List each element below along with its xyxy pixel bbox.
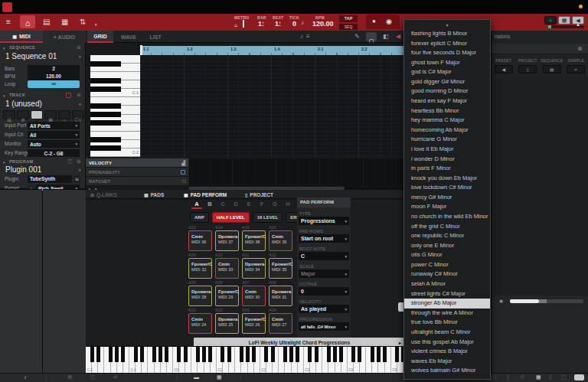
pad-mixer-icon[interactable]: ▦	[61, 18, 68, 26]
lane-ratchet[interactable]: RATCHET∷	[86, 177, 188, 186]
progression-option[interactable]: power C Minor	[404, 260, 490, 270]
panel-a-icon[interactable]: ▤	[67, 374, 73, 380]
pad[interactable]: DpoweraMIDI 31	[269, 286, 292, 306]
progression-option[interactable]: gold digger G# Minor	[404, 77, 490, 87]
progression-option[interactable]: ultralight beam C Minor	[404, 328, 490, 338]
progression-option[interactable]: knock you down Eb Major	[404, 174, 490, 184]
piano-key-black[interactable]	[90, 103, 121, 109]
progression-option[interactable]: flashing lights B Minor	[404, 29, 490, 39]
tab-midi[interactable]: ▦MIDI	[0, 31, 43, 43]
bar-value[interactable]: 1:	[258, 20, 264, 28]
piano-key-black[interactable]	[240, 347, 243, 362]
browser-filter-sequence[interactable]: SEQUENCE▤	[540, 55, 564, 78]
progression-option[interactable]: forever eplicit C Minor	[404, 39, 490, 49]
pad-bank-a[interactable]: A	[191, 201, 202, 209]
progression-option[interactable]: true love Bb Minor	[404, 318, 490, 328]
chevron-down-icon[interactable]: ▾	[79, 168, 81, 172]
note-list-icon[interactable]: ♪	[300, 33, 303, 40]
pad[interactable]: DpoweraMIDI 34	[242, 258, 266, 279]
piano-key-black[interactable]	[351, 347, 355, 362]
piano-key-black[interactable]	[165, 347, 168, 362]
piano-key-black[interactable]	[208, 347, 212, 362]
tab-list[interactable]: LIST	[144, 31, 167, 43]
piano-key-black[interactable]	[202, 347, 206, 362]
progression-option[interactable]: heard em say F Major	[404, 96, 490, 106]
browser-filter-preset[interactable]: PRESET◀	[492, 55, 516, 78]
piano-key-black[interactable]	[252, 347, 256, 362]
piano-key-black[interactable]	[395, 347, 399, 362]
piano-key-black[interactable]	[90, 112, 121, 117]
midi-monitor-button[interactable]: ▦	[558, 16, 570, 24]
piano-key-black[interactable]	[246, 347, 250, 362]
piano-key-black[interactable]	[90, 87, 121, 92]
progression-option[interactable]: selah A Minor	[404, 279, 490, 289]
tab-grid[interactable]: GRID	[87, 31, 113, 43]
seq-bpm-value[interactable]: 120.00	[28, 73, 80, 80]
collapse-icon[interactable]: ▾	[3, 160, 5, 165]
track-view-icon[interactable]: ▤	[43, 18, 50, 26]
piano-key-black[interactable]	[333, 347, 337, 362]
progression-option[interactable]: street lights C# Major	[404, 289, 490, 299]
track-type-drums-button[interactable]: ▤	[3, 110, 15, 119]
piano-key-black[interactable]	[377, 347, 381, 362]
piano-key-black[interactable]	[90, 120, 121, 126]
field-value[interactable]: As played▾	[299, 305, 349, 313]
bpm-value[interactable]: 120.00	[312, 20, 334, 28]
browser-filter-project[interactable]: PROJECT▯	[516, 55, 541, 78]
pad-bank-f[interactable]: F	[256, 201, 267, 207]
pad[interactable]: Fpower/CMIDI 38	[242, 230, 266, 251]
browser-search-row[interactable]	[492, 44, 588, 54]
progression-option[interactable]: god is C# Major	[404, 67, 490, 77]
file-icon[interactable]: ▯	[494, 374, 497, 380]
pad[interactable]: CminMIDI 27	[269, 313, 292, 334]
pad[interactable]: CminMIDI 24	[188, 313, 212, 334]
browser-filter-sample[interactable]: SAMPLE≈	[564, 55, 588, 78]
progression-option[interactable]: stronger Ab Major	[404, 299, 490, 309]
field-value[interactable]: Major▾	[299, 269, 349, 278]
pencil-tool-icon[interactable]: ✎	[354, 33, 360, 40]
row-value[interactable]: C-2 - G8	[28, 149, 80, 157]
main-mode-button[interactable]: ⌂	[20, 15, 35, 28]
volume-thumb[interactable]: ▲	[576, 22, 580, 27]
progression-option[interactable]: i love it Eb Major	[404, 145, 490, 155]
piano-key-black[interactable]	[196, 347, 200, 362]
piano-key-black[interactable]	[90, 347, 94, 362]
chat-icon[interactable]	[574, 374, 584, 380]
pad-bank-h[interactable]: H	[283, 201, 293, 207]
metronome-icon[interactable]: ▵	[234, 21, 237, 29]
lane-probability[interactable]: PROBABILITY	[86, 168, 188, 177]
field-value[interactable]: C▾	[299, 252, 349, 260]
tab-pads[interactable]: ▦PADS	[144, 190, 164, 199]
list-lines-icon[interactable]: ≡	[306, 33, 310, 40]
progression-option[interactable]: heartless Bb Minor	[404, 106, 490, 116]
progression-option[interactable]: hey mamma C Major	[404, 116, 490, 126]
progression-option[interactable]: off the grid C Minor	[404, 222, 490, 232]
field-value[interactable]: 0▾	[299, 287, 349, 295]
browser-list[interactable]	[492, 79, 588, 295]
pad-button-arp[interactable]: ARP	[190, 212, 209, 223]
pad[interactable]: Fpower/CMIDI 26	[242, 313, 266, 334]
progression-option[interactable]: in paris F Minor	[404, 164, 490, 174]
marquee-tool-button[interactable]: ▢	[366, 32, 377, 41]
chevron-down-icon[interactable]: ▾	[79, 102, 81, 106]
bars-value[interactable]: 2	[28, 65, 80, 73]
clear-icon[interactable]: ⊗	[577, 45, 583, 52]
pad[interactable]: CminMIDI 39	[269, 230, 292, 251]
channel-mixer-icon[interactable]: ⇅	[80, 18, 86, 26]
piano-key-black[interactable]	[90, 137, 121, 142]
plugin-browse-icon[interactable]: ⊞	[74, 175, 80, 183]
pad[interactable]: Fpower/CMIDI 35	[269, 258, 292, 279]
track-type-plugin-button[interactable]: ▦	[44, 110, 57, 119]
track-type-midi-button[interactable]: ◒	[31, 110, 43, 119]
file2-icon[interactable]: ▯	[507, 374, 510, 380]
piano-key-black[interactable]	[271, 347, 275, 362]
record-icon[interactable]: ●	[372, 18, 376, 24]
track-type-cv-button[interactable]: CV	[72, 110, 84, 119]
row-value[interactable]: All▾	[28, 131, 80, 139]
chevron-down-icon[interactable]: ▾	[79, 54, 81, 59]
track-name[interactable]: 1 (unused)	[5, 100, 42, 108]
field-value[interactable]: Start on root▾	[299, 234, 349, 243]
progression-option[interactable]: mercy G# Minor	[404, 193, 490, 203]
piano-key-black[interactable]	[264, 347, 268, 362]
pad-bank-b[interactable]: B	[204, 201, 215, 207]
